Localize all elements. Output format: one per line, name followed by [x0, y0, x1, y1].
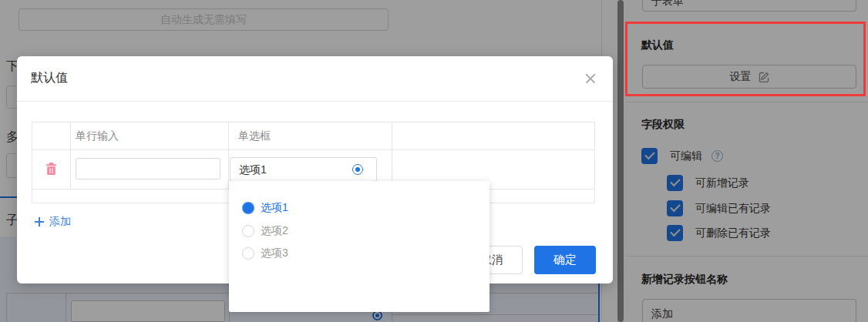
add-row-link[interactable]: 添加 — [35, 214, 71, 230]
column-header-radio: 单选框 — [238, 122, 271, 149]
table-column-divider — [392, 122, 392, 189]
close-icon[interactable] — [584, 72, 597, 86]
table-column-divider — [70, 122, 71, 189]
select-dropdown-panel: 选项1 选项2 选项3 — [229, 181, 490, 312]
add-row-label: 添加 — [49, 215, 71, 229]
column-header-text-input: 单行输入 — [76, 122, 119, 149]
radio-indicator-icon — [352, 164, 363, 175]
confirm-button[interactable]: 确定 — [534, 246, 596, 274]
plus-icon — [35, 217, 44, 226]
selected-option-text: 选项1 — [239, 158, 267, 181]
option-label: 选项2 — [261, 224, 288, 238]
modal-title: 默认值 — [31, 70, 68, 86]
row-radio-select[interactable]: 选项1 — [230, 157, 377, 182]
table-header-divider — [32, 149, 594, 150]
trash-icon — [45, 163, 57, 175]
table-column-divider — [228, 122, 229, 189]
dropdown-option-2[interactable]: 选项2 — [229, 220, 490, 243]
screen: 自动生成无需填写 下 多 子 子表单 默认值 设置 — [0, 0, 868, 322]
option-label: 选项1 — [261, 201, 288, 215]
radio-unselected-icon — [242, 225, 254, 237]
option-label: 选项3 — [261, 247, 288, 260]
dropdown-option-3[interactable]: 选项3 — [229, 242, 490, 265]
delete-row-button[interactable] — [43, 162, 59, 177]
radio-selected-icon — [242, 202, 254, 214]
modal-header-divider — [17, 101, 613, 102]
dropdown-option-1[interactable]: 选项1 — [229, 196, 490, 220]
row-text-input[interactable] — [76, 158, 220, 179]
radio-unselected-icon — [242, 247, 254, 260]
